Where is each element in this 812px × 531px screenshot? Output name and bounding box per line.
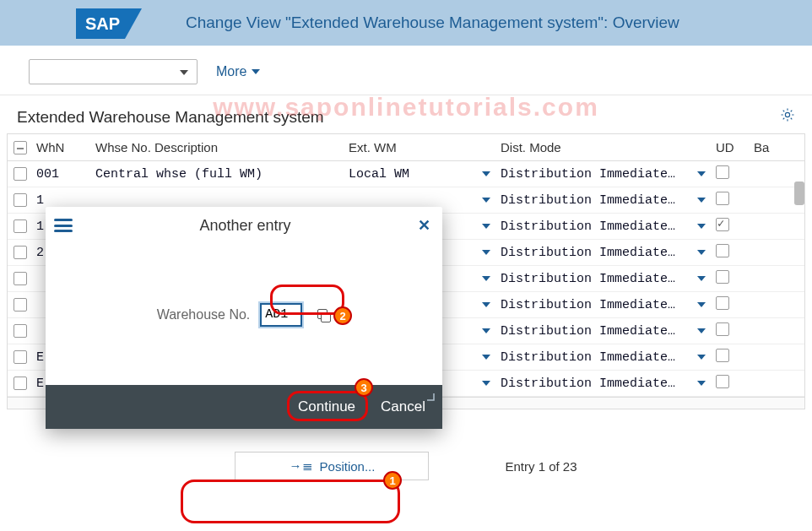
chevron-down-icon <box>697 328 706 333</box>
row-checkbox[interactable] <box>14 246 27 259</box>
dialog-footer: Continue Cancel <box>46 385 442 429</box>
col-extwm[interactable]: Ext. WM <box>345 140 497 154</box>
cell-dist[interactable]: Distribution Immediate… <box>497 219 712 234</box>
svg-point-2 <box>785 112 789 116</box>
cell-extwm[interactable]: Local WM <box>345 167 497 182</box>
cell-dist[interactable]: Distribution Immediate… <box>497 193 712 208</box>
chevron-down-icon <box>482 250 490 255</box>
row-checkbox[interactable] <box>14 167 27 181</box>
cell-whn: 1 <box>33 193 92 208</box>
row-checkbox[interactable] <box>14 350 27 364</box>
cell-dist[interactable]: Distribution Immediate… <box>497 272 712 286</box>
chevron-down-icon <box>697 381 706 386</box>
col-ud[interactable]: UD <box>712 140 750 154</box>
row-checkbox[interactable] <box>14 219 27 233</box>
chevron-down-icon <box>482 198 490 203</box>
select-all-checkbox[interactable] <box>14 141 27 154</box>
chevron-down-icon <box>482 224 490 229</box>
cell-whn: 001 <box>33 167 92 182</box>
chevron-down-icon <box>482 171 490 176</box>
cell-dist[interactable]: Distribution Immediate… <box>497 350 712 365</box>
cell-dist[interactable]: Distribution Immediate… <box>497 167 712 182</box>
cell-dist[interactable]: Distribution Immediate… <box>497 377 712 391</box>
chevron-down-icon <box>697 224 706 229</box>
row-checkbox[interactable] <box>14 298 27 312</box>
row-checkbox[interactable] <box>14 272 27 285</box>
callout-ring-3 <box>287 391 368 421</box>
warehouse-no-label: Warehouse No. <box>157 307 251 322</box>
chevron-down-icon <box>697 171 706 176</box>
chevron-down-icon <box>482 276 490 281</box>
col-ba[interactable]: Ba <box>750 140 784 154</box>
cell-ud[interactable] <box>712 296 750 314</box>
col-whn[interactable]: WhN <box>33 140 92 154</box>
chevron-down-icon <box>697 302 706 307</box>
col-dist[interactable]: Dist. Mode <box>497 140 712 154</box>
cell-ud[interactable] <box>712 192 750 209</box>
callout-badge-3: 3 <box>355 378 373 397</box>
toolbar: More <box>0 46 812 95</box>
section-title: Extended Warehouse Management system <box>17 108 324 127</box>
chevron-down-icon <box>482 355 490 360</box>
more-label: More <box>216 64 246 79</box>
cell-ud[interactable] <box>712 244 750 262</box>
close-icon[interactable]: ✕ <box>418 216 430 235</box>
callout-badge-1: 1 <box>383 471 402 490</box>
cell-dist[interactable]: Distribution Immediate… <box>497 324 712 339</box>
title-bar: SAP Change View "Extended Warehouse Mana… <box>0 0 812 46</box>
cell-dist[interactable]: Distribution Immediate… <box>497 246 712 260</box>
chevron-down-icon <box>697 276 706 281</box>
cell-ud[interactable] <box>712 322 750 340</box>
row-checkbox[interactable] <box>14 193 27 207</box>
dialog-another-entry: Another entry ✕ Warehouse No. Continue C… <box>46 207 442 429</box>
cell-ud[interactable] <box>712 270 750 288</box>
table-row[interactable]: 001Central whse (full WM)Local WMDistrib… <box>8 161 804 187</box>
cell-extwm[interactable] <box>345 198 497 203</box>
entry-counter: Entry 1 of 23 <box>505 459 577 474</box>
chevron-down-icon <box>482 328 490 333</box>
callout-badge-2: 2 <box>333 306 352 325</box>
section-header: Extended Warehouse Management system <box>0 95 812 133</box>
chevron-down-icon <box>482 381 490 386</box>
cell-ud[interactable] <box>712 165 750 183</box>
callout-ring-1 <box>181 480 400 523</box>
row-checkbox[interactable] <box>14 377 27 390</box>
cell-ud[interactable] <box>712 375 750 393</box>
chevron-down-icon <box>482 302 490 307</box>
cell-dist[interactable]: Distribution Immediate… <box>497 298 712 312</box>
vertical-scrollbar[interactable] <box>794 182 804 205</box>
chevron-down-icon <box>697 250 706 255</box>
toolbar-combo[interactable] <box>29 59 198 84</box>
table-header: WhN Whse No. Description Ext. WM Dist. M… <box>8 134 804 161</box>
cell-desc: Central whse (full WM) <box>92 167 345 182</box>
page-title: Change View "Extended Warehouse Manageme… <box>186 14 679 32</box>
resize-icon[interactable] <box>424 390 437 404</box>
gear-icon[interactable] <box>780 107 795 127</box>
chevron-down-icon <box>697 198 706 203</box>
cancel-button[interactable]: Cancel <box>381 398 425 415</box>
chevron-down-icon <box>252 69 260 74</box>
svg-text:SAP: SAP <box>85 14 120 33</box>
more-menu[interactable]: More <box>216 64 260 79</box>
menu-icon[interactable] <box>54 219 73 232</box>
col-desc[interactable]: Whse No. Description <box>92 140 345 154</box>
dialog-title: Another entry <box>73 217 418 235</box>
cell-ud[interactable] <box>712 218 750 236</box>
chevron-down-icon <box>697 355 706 360</box>
sap-logo: SAP <box>76 8 142 39</box>
row-checkbox[interactable] <box>14 324 27 338</box>
callout-ring-2 <box>270 284 344 315</box>
position-label: Position... <box>320 459 376 474</box>
cell-ud[interactable] <box>712 349 750 366</box>
position-icon: →≣ <box>290 458 313 474</box>
